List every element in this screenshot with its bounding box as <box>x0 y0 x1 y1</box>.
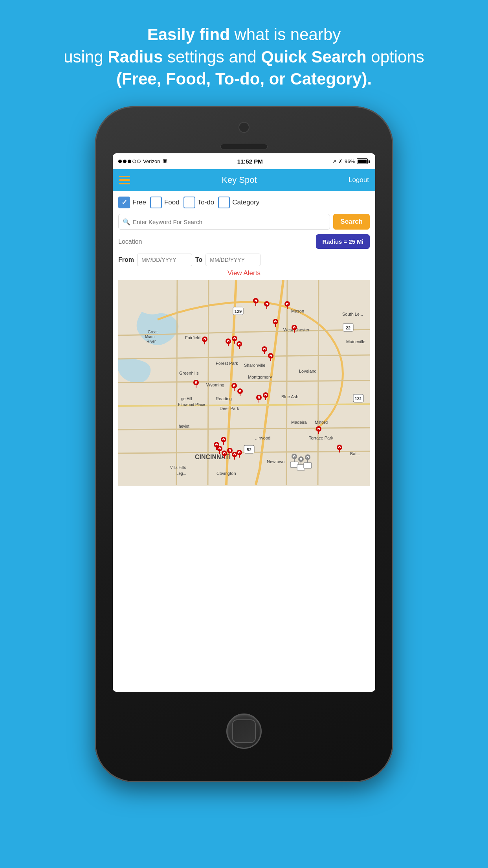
home-button-inner <box>232 719 256 743</box>
dot4 <box>132 160 136 163</box>
map-svg: 129 22 131 52 Mason South Le... West Che… <box>118 280 370 485</box>
signal-dots <box>118 160 141 163</box>
checkbox-food-label: Food <box>164 199 180 206</box>
carrier-name: Verizon <box>143 158 160 164</box>
logout-button[interactable]: Logout <box>349 176 369 184</box>
search-input[interactable] <box>133 219 326 225</box>
from-label: From <box>118 256 134 263</box>
location-icon: ↗ <box>332 158 336 164</box>
hamburger-line1 <box>119 176 130 177</box>
headline-line3: (Free, Food, To-do, or Category). <box>116 70 372 88</box>
checkbox-todo-box[interactable] <box>183 197 195 208</box>
status-bar: Verizon ⌘ 11:52 PM ↗ ✗ 96% <box>113 153 375 169</box>
svg-text:River: River <box>147 339 156 344</box>
phone-top-bar <box>95 106 393 153</box>
to-label: To <box>195 256 202 263</box>
svg-rect-119 <box>304 463 312 468</box>
dot1 <box>118 160 122 163</box>
svg-text:South Le...: South Le... <box>342 312 363 316</box>
view-alerts-link[interactable]: View Alerts <box>118 269 370 277</box>
svg-text:Montgomery: Montgomery <box>248 375 272 379</box>
hamburger-menu[interactable] <box>119 176 130 184</box>
map-area: 129 22 131 52 Mason South Le... West Che… <box>118 280 370 486</box>
dot2 <box>123 160 127 163</box>
svg-text:Terrace Park: Terrace Park <box>309 436 334 440</box>
svg-text:Covington: Covington <box>216 471 236 476</box>
svg-text:Leg...: Leg... <box>176 471 186 476</box>
svg-text:ge Hill: ge Hill <box>181 397 192 401</box>
svg-text:Maineville: Maineville <box>346 339 365 344</box>
battery-pct: 96% <box>345 158 355 164</box>
bluetooth-icon: ✗ <box>338 158 343 164</box>
checkbox-category[interactable]: Category <box>218 197 259 208</box>
battery-indicator <box>357 158 370 164</box>
phone-speaker <box>220 144 268 149</box>
svg-text:Fairfield: Fairfield <box>185 335 200 340</box>
radius-button[interactable]: Radius = 25 Mi <box>316 234 370 249</box>
dot3 <box>128 160 131 163</box>
svg-text:Deer Park: Deer Park <box>220 406 239 411</box>
phone-shell: Verizon ⌘ 11:52 PM ↗ ✗ 96% Key Spot <box>95 106 393 782</box>
headline-bold3: Quick Search <box>261 48 366 66</box>
location-input[interactable] <box>118 235 312 248</box>
wifi-icon: ⌘ <box>162 158 168 164</box>
checkbox-row: ✓ Free Food To-do Category <box>118 197 370 208</box>
svg-text:Villa Hills: Villa Hills <box>170 465 186 470</box>
checkbox-category-label: Category <box>232 199 259 206</box>
phone-bottom <box>95 692 393 771</box>
status-left: Verizon ⌘ <box>118 158 168 164</box>
checkbox-food[interactable]: Food <box>150 197 180 208</box>
checkbox-food-box[interactable] <box>150 197 162 208</box>
svg-text:Bat...: Bat... <box>350 451 360 456</box>
app-header: Key Spot Logout <box>113 169 375 191</box>
svg-text:Forest Park: Forest Park <box>216 361 238 366</box>
headline-normal2: settings and <box>163 48 261 66</box>
app-content: ✓ Free Food To-do Category <box>113 191 375 692</box>
svg-text:Mason: Mason <box>291 309 304 313</box>
svg-text:Newtown: Newtown <box>267 459 284 464</box>
svg-text:Elmwood Place: Elmwood Place <box>178 403 205 407</box>
home-button[interactable] <box>226 714 262 749</box>
checkbox-free-label: Free <box>132 199 146 206</box>
headline-bold1: Easily find <box>147 25 230 44</box>
svg-text:Reading: Reading <box>216 396 232 401</box>
checkbox-todo-label: To-do <box>198 199 215 206</box>
svg-text:129: 129 <box>235 309 242 314</box>
search-row: 🔍 Search <box>118 214 370 230</box>
phone-screen: Verizon ⌘ 11:52 PM ↗ ✗ 96% Key Spot <box>113 153 375 692</box>
checkmark-icon: ✓ <box>121 199 127 206</box>
search-input-wrap: 🔍 <box>118 214 330 230</box>
svg-text:Sharonville: Sharonville <box>244 363 265 368</box>
search-icon: 🔍 <box>123 218 130 226</box>
checkbox-free-box[interactable]: ✓ <box>118 197 130 208</box>
svg-text:Great: Great <box>148 330 158 334</box>
status-time: 11:52 PM <box>237 158 263 165</box>
status-right: ↗ ✗ 96% <box>332 158 370 164</box>
from-date-input[interactable] <box>137 254 192 266</box>
svg-text:52: 52 <box>247 447 251 452</box>
headline-normal3: options <box>367 48 424 66</box>
app-title: Key Spot <box>222 175 257 185</box>
location-row: Radius = 25 Mi <box>118 234 370 249</box>
search-button[interactable]: Search <box>333 214 370 230</box>
hamburger-line2 <box>119 179 130 181</box>
svg-text:Miami: Miami <box>145 335 156 339</box>
checkbox-category-box[interactable] <box>218 197 230 208</box>
to-date-input[interactable] <box>205 254 261 266</box>
phone-camera <box>238 122 250 133</box>
checkbox-todo[interactable]: To-do <box>183 197 215 208</box>
checkbox-free[interactable]: ✓ Free <box>118 197 146 208</box>
svg-text:...rwood: ...rwood <box>255 436 270 440</box>
svg-text:Loveland: Loveland <box>299 369 317 373</box>
svg-text:heviot: heviot <box>179 424 189 428</box>
headline-bold2: Radius <box>108 48 163 66</box>
svg-text:Wyoming: Wyoming <box>206 383 224 387</box>
svg-text:131: 131 <box>355 396 362 401</box>
dot5 <box>137 160 141 163</box>
headline-normal1: what is nearby <box>230 25 341 44</box>
svg-text:Greenhills: Greenhills <box>179 371 199 375</box>
svg-text:22: 22 <box>346 326 350 330</box>
hamburger-line3 <box>119 183 130 184</box>
headline-line2-start: using <box>64 48 108 66</box>
date-row: From To <box>118 254 370 266</box>
